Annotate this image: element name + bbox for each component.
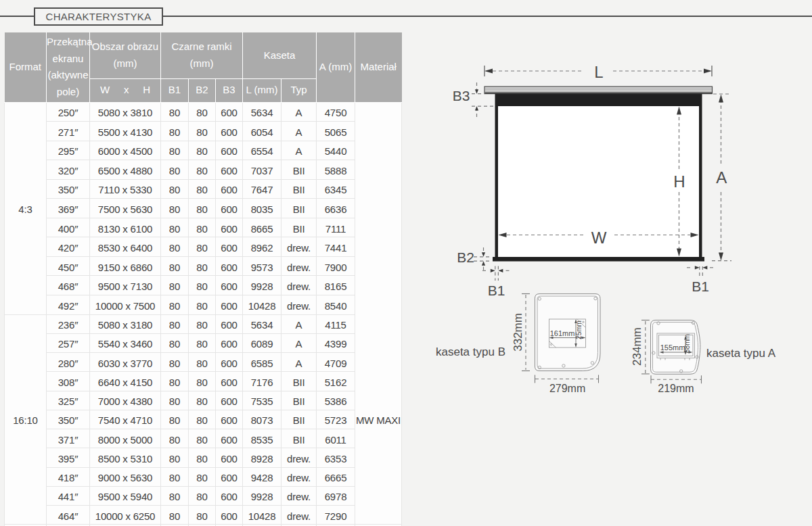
svg-text:B2: B2: [457, 249, 474, 265]
svg-text:161mm: 161mm: [550, 329, 575, 337]
svg-text:88mm: 88mm: [683, 334, 691, 353]
svg-text:25mm: 25mm: [575, 320, 583, 339]
svg-text:kaseta typu B: kaseta typu B: [436, 345, 505, 358]
svg-text:279mm: 279mm: [549, 383, 585, 394]
svg-text:A: A: [716, 168, 727, 187]
svg-text:B3: B3: [453, 88, 470, 103]
svg-text:B1: B1: [488, 283, 505, 298]
svg-text:kaseta typu A: kaseta typu A: [706, 347, 776, 360]
svg-text:219mm: 219mm: [658, 383, 694, 394]
svg-text:155mm: 155mm: [660, 343, 685, 352]
svg-text:L: L: [594, 63, 603, 81]
svg-text:B1: B1: [692, 279, 709, 294]
svg-text:332mm: 332mm: [512, 313, 524, 352]
svg-text:W: W: [591, 229, 607, 247]
svg-text:234mm: 234mm: [631, 327, 644, 366]
svg-text:H: H: [673, 172, 685, 191]
